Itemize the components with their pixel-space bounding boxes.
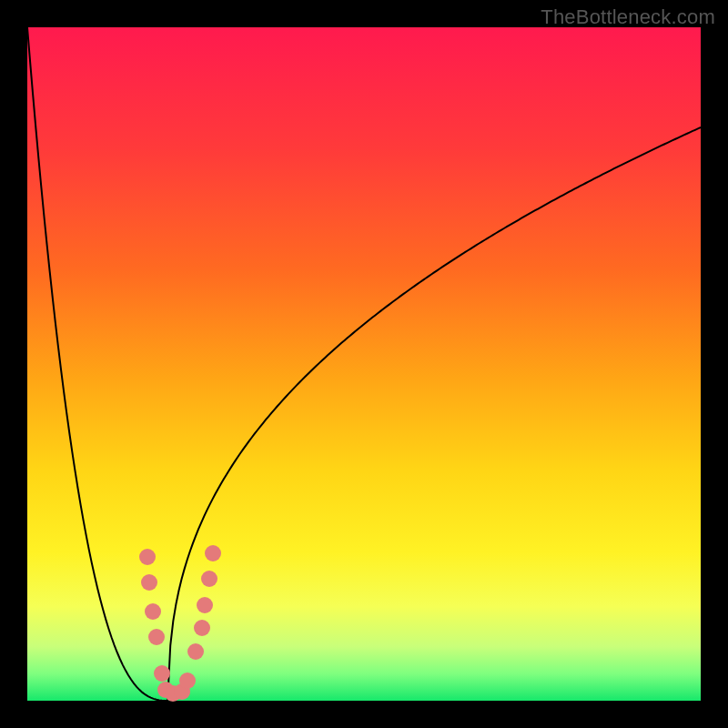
data-marker (141, 574, 157, 591)
data-marker (187, 643, 204, 660)
chart-frame: TheBottleneck.com (0, 0, 728, 728)
plot-background (27, 27, 701, 701)
bottleneck-chart (0, 0, 728, 728)
data-marker (197, 597, 213, 613)
data-marker (145, 603, 161, 620)
watermark-text: TheBottleneck.com (541, 5, 715, 29)
data-marker (201, 571, 217, 587)
data-marker (205, 545, 221, 561)
data-marker (139, 549, 156, 565)
data-marker (179, 672, 196, 689)
data-marker (148, 629, 165, 645)
data-marker (154, 665, 170, 682)
data-marker (194, 620, 210, 636)
